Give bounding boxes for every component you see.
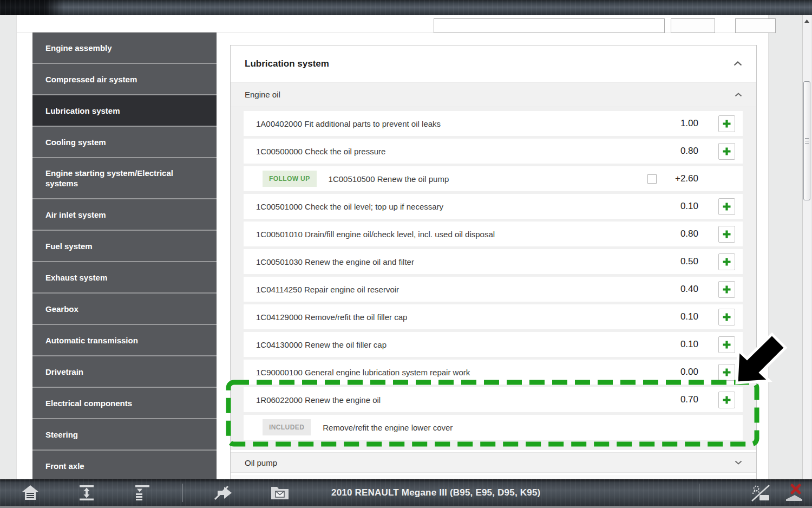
sidebar-item[interactable]: Engine starting system/Electrical system… <box>32 158 217 199</box>
add-operation-button[interactable] <box>718 253 735 270</box>
sidebar-item[interactable]: Engine assembly <box>32 32 217 64</box>
section-oil-pump[interactable]: Oil pump <box>231 452 756 473</box>
lubrication-panel: Lubrication system Engine oil 1A00402000… <box>230 45 757 479</box>
sidebar-item-label: Exhaust system <box>45 272 107 283</box>
time-value: 1.00 <box>664 118 698 129</box>
operation-text: 1C00501010 Drain/fill engine oil/check l… <box>256 230 664 239</box>
add-icon <box>722 147 731 156</box>
add-operation-button[interactable] <box>718 392 735 408</box>
sidebar-item[interactable]: Gearbox <box>32 294 217 325</box>
time-value: 0.10 <box>664 201 698 212</box>
toolbar-divider <box>699 484 699 502</box>
next-section-partial <box>231 475 756 479</box>
action-slot <box>718 143 735 160</box>
sidebar-item[interactable]: Electrical components <box>32 388 217 419</box>
add-icon <box>722 230 731 239</box>
scrollbar[interactable] <box>802 15 811 479</box>
operation-text: 1C00501000 Check the oil level; top up i… <box>256 202 664 211</box>
sidebar-item[interactable]: Fuel system <box>32 231 217 262</box>
operation-row: 1C00501000 Check the oil level; top up i… <box>244 194 743 219</box>
home-icon[interactable] <box>21 479 40 506</box>
operation-row: 1C90000100 General engine lubrication sy… <box>244 360 743 385</box>
operation-code: 1C00501010 <box>256 230 305 239</box>
included-badge: INCLUDED <box>263 419 311 435</box>
section-label: Oil pump <box>245 458 735 467</box>
expand-sections-icon[interactable] <box>77 479 96 506</box>
operation-desc: Check the oil pressure <box>305 147 385 156</box>
operation-row: 1C04129000 Remove/refit the oil filler c… <box>244 304 743 329</box>
collapse-sections-icon[interactable] <box>133 479 152 506</box>
operation-code: 1R06022000 <box>256 395 305 405</box>
sidebar-item[interactable]: Automatic transmission <box>32 325 217 356</box>
section-engine-oil[interactable]: Engine oil <box>231 82 756 107</box>
operation-row: 1C00501010 Drain/fill engine oil/check l… <box>244 222 743 246</box>
transfer-icon[interactable] <box>213 479 233 506</box>
sidebar-item-label: Engine assembly <box>45 43 112 53</box>
operation-desc: Renew the oil filler cap <box>305 340 387 349</box>
time-value: +2.60 <box>664 173 698 184</box>
add-operation-button[interactable] <box>718 281 735 298</box>
add-operation-button[interactable] <box>718 115 735 132</box>
top-button-2[interactable] <box>735 18 776 33</box>
sidebar-item[interactable]: Lubrication system <box>32 95 217 127</box>
time-value: 0.00 <box>664 367 698 377</box>
operation-desc: Drain/fill engine oil/check level, incl.… <box>305 230 495 239</box>
operation-text: 1R06022000 Renew the engine oil <box>256 395 664 405</box>
exit-icon[interactable] <box>784 479 804 506</box>
sidebar-item[interactable]: Drivetrain <box>32 356 217 388</box>
scroll-thumb[interactable] <box>803 81 810 200</box>
sidebar-item[interactable]: Air inlet system <box>32 199 217 231</box>
category-sidebar: Engine assemblyCompressed air systemLubr… <box>32 32 217 479</box>
operation-text: 1A00402000 Fit additional parts to preve… <box>256 119 664 128</box>
time-value: 0.50 <box>664 256 698 267</box>
section-label: Engine oil <box>245 90 735 99</box>
operation-code: 1C00501000 <box>256 202 305 211</box>
action-slot <box>718 198 735 215</box>
sidebar-item-label: Steering <box>45 429 78 440</box>
add-operation-button[interactable] <box>718 336 735 353</box>
sidebar-item[interactable]: Cooling system <box>32 127 217 158</box>
action-slot <box>718 309 735 325</box>
sidebar-item-label: Fuel system <box>45 241 93 251</box>
action-slot <box>718 226 735 243</box>
chevron-up-icon <box>735 93 742 97</box>
operation-text: 1C00500000 Check the oil pressure <box>256 147 664 156</box>
add-icon <box>722 202 731 211</box>
sidebar-item[interactable]: Front axle <box>32 451 217 479</box>
follow-up-checkbox[interactable] <box>647 174 657 184</box>
add-icon <box>722 312 731 322</box>
folder-mail-icon[interactable] <box>270 479 290 506</box>
add-icon <box>722 395 731 405</box>
operation-row: 1C04114250 Repair engine oil reservoir0.… <box>244 277 743 302</box>
operation-code: 1C04130000 <box>256 340 305 349</box>
sidebar-item[interactable]: Steering <box>32 419 217 451</box>
add-operation-button[interactable] <box>718 143 735 160</box>
sidebar-item[interactable]: Exhaust system <box>32 262 217 294</box>
add-icon <box>722 368 731 377</box>
bottom-toolbar: 2010 RENAULT Megane III (B95, E95, D95, … <box>0 479 812 508</box>
add-icon <box>722 340 731 349</box>
top-button-1[interactable] <box>671 18 715 33</box>
sidebar-item-label: Drivetrain <box>45 367 83 377</box>
add-operation-button[interactable] <box>718 198 735 215</box>
operation-text: 1C04114250 Repair engine oil reservoir <box>256 285 664 294</box>
add-operation-button[interactable] <box>718 364 735 381</box>
sidebar-item-label: Gearbox <box>45 304 78 314</box>
add-operation-button[interactable] <box>718 309 735 325</box>
scroll-up-arrow[interactable] <box>803 17 811 25</box>
operation-code: 1C04129000 <box>256 312 305 322</box>
input-disabled-icon[interactable] <box>750 479 771 506</box>
operation-desc: General engine lubrication system repair… <box>305 368 470 377</box>
operation-row: 1A00402000 Fit additional parts to preve… <box>244 111 743 136</box>
sidebar-item-label: Front axle <box>45 461 84 471</box>
sidebar-item[interactable]: Compressed air system <box>32 64 217 95</box>
operation-row: 1C00500000 Check the oil pressure0.80 <box>244 139 743 164</box>
add-icon <box>722 119 731 128</box>
sidebar-item-label: Engine starting system/Electrical system… <box>45 168 204 188</box>
add-operation-button[interactable] <box>718 226 735 243</box>
time-value: 0.10 <box>664 311 698 322</box>
chevron-down-icon <box>735 460 742 465</box>
add-icon <box>722 285 731 294</box>
search-input[interactable] <box>434 18 665 33</box>
panel-collapse-header[interactable]: Lubrication system <box>231 45 756 82</box>
